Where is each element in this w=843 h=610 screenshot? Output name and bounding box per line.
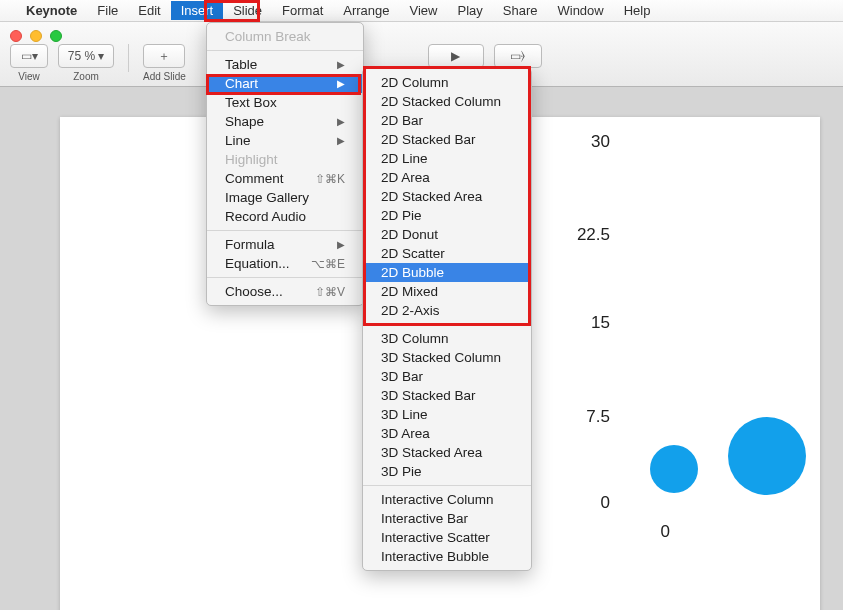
menu-app[interactable]: Keynote — [16, 1, 87, 20]
chevron-right-icon: ▶ — [337, 59, 345, 70]
chart-3d-stacked-column[interactable]: 3D Stacked Column — [363, 348, 531, 367]
menu-insert[interactable]: Insert — [171, 1, 224, 20]
menu-choose[interactable]: Choose...⇧⌘V — [207, 282, 363, 301]
chevron-right-icon: ▶ — [337, 116, 345, 127]
toolbar-view[interactable]: ▭▾ View — [10, 44, 48, 82]
toolbar-add-slide-label: Add Slide — [143, 71, 186, 82]
close-window-button[interactable] — [10, 30, 22, 42]
chevron-right-icon: ▶ — [337, 135, 345, 146]
play-icon: ▶ — [451, 49, 460, 63]
menu-edit[interactable]: Edit — [128, 1, 170, 20]
chart-2d-stacked-bar[interactable]: 2D Stacked Bar — [363, 130, 531, 149]
chart-2d-area[interactable]: 2D Area — [363, 168, 531, 187]
chart-interactive-bar[interactable]: Interactive Bar — [363, 509, 531, 528]
menu-table[interactable]: Table▶ — [207, 55, 363, 74]
menu-separator — [363, 485, 531, 486]
menu-record-audio[interactable]: Record Audio — [207, 207, 363, 226]
y-tick-0: 0 — [550, 493, 610, 513]
chart-2d-mixed[interactable]: 2D Mixed — [363, 282, 531, 301]
menu-file[interactable]: File — [87, 1, 128, 20]
x-tick-0: 0 — [610, 522, 670, 542]
shortcut-label: ⇧⌘K — [315, 172, 345, 186]
chart-2d-bar[interactable]: 2D Bar — [363, 111, 531, 130]
chart-3d-bar[interactable]: 3D Bar — [363, 367, 531, 386]
menu-text-box[interactable]: Text Box — [207, 93, 363, 112]
zoom-window-button[interactable] — [50, 30, 62, 42]
y-tick-30: 30 — [550, 132, 610, 152]
zoom-value: 75 % — [68, 49, 95, 63]
chart-3d-stacked-area[interactable]: 3D Stacked Area — [363, 443, 531, 462]
chart-2d-stacked-area[interactable]: 2D Stacked Area — [363, 187, 531, 206]
menu-line[interactable]: Line▶ — [207, 131, 363, 150]
window-controls — [10, 30, 62, 42]
menu-separator — [207, 230, 363, 231]
menu-column-break: Column Break — [207, 27, 363, 46]
chart-interactive-scatter[interactable]: Interactive Scatter — [363, 528, 531, 547]
chart-3d-area[interactable]: 3D Area — [363, 424, 531, 443]
chart-interactive-bubble[interactable]: Interactive Bubble — [363, 547, 531, 566]
broadcast-icon: ▭⦒ — [510, 49, 525, 63]
menu-help[interactable]: Help — [614, 1, 661, 20]
menu-separator — [207, 50, 363, 51]
menu-separator — [207, 277, 363, 278]
chart-2d-scatter[interactable]: 2D Scatter — [363, 244, 531, 263]
y-tick-15: 15 — [550, 313, 610, 333]
menu-equation[interactable]: Equation...⌥⌘E — [207, 254, 363, 273]
menu-comment[interactable]: Comment⇧⌘K — [207, 169, 363, 188]
chart-3d-stacked-bar[interactable]: 3D Stacked Bar — [363, 386, 531, 405]
menu-formula[interactable]: Formula▶ — [207, 235, 363, 254]
chevron-right-icon: ▶ — [337, 239, 345, 250]
chevron-right-icon: ▶ — [337, 78, 345, 89]
toolbar-zoom[interactable]: 75 %▾ Zoom — [58, 44, 114, 82]
menu-view[interactable]: View — [400, 1, 448, 20]
chart-2d-donut[interactable]: 2D Donut — [363, 225, 531, 244]
toolbar-view-label: View — [18, 71, 40, 82]
view-icon: ▭▾ — [21, 49, 38, 63]
shortcut-label: ⌥⌘E — [311, 257, 345, 271]
menu-slide[interactable]: Slide — [223, 1, 272, 20]
toolbar-zoom-label: Zoom — [73, 71, 99, 82]
menu-format[interactable]: Format — [272, 1, 333, 20]
menu-chart[interactable]: Chart▶ — [207, 74, 363, 93]
menu-image-gallery[interactable]: Image Gallery — [207, 188, 363, 207]
toolbar-separator — [128, 44, 129, 72]
toolbar-add-slide[interactable]: ＋ Add Slide — [143, 44, 186, 82]
menubar: Keynote File Edit Insert Slide Format Ar… — [0, 0, 843, 22]
chart-3d-pie[interactable]: 3D Pie — [363, 462, 531, 481]
chart-2d-line[interactable]: 2D Line — [363, 149, 531, 168]
bubble-chart-preview: 30 22.5 15 7.5 0 0 — [550, 137, 810, 537]
menu-arrange[interactable]: Arrange — [333, 1, 399, 20]
chart-submenu-dropdown: 2D Column 2D Stacked Column 2D Bar 2D St… — [362, 68, 532, 571]
insert-menu-dropdown: Column Break Table▶ Chart▶ Text Box Shap… — [206, 22, 364, 306]
minimize-window-button[interactable] — [30, 30, 42, 42]
chart-2d-column[interactable]: 2D Column — [363, 73, 531, 92]
chart-2d-stacked-column[interactable]: 2D Stacked Column — [363, 92, 531, 111]
bubble-1 — [650, 445, 698, 493]
menu-play[interactable]: Play — [447, 1, 492, 20]
chart-2d-2axis[interactable]: 2D 2-Axis — [363, 301, 531, 320]
chart-2d-pie[interactable]: 2D Pie — [363, 206, 531, 225]
chevron-down-icon: ▾ — [98, 49, 104, 63]
menu-shape[interactable]: Shape▶ — [207, 112, 363, 131]
plus-icon: ＋ — [158, 48, 170, 65]
menu-share[interactable]: Share — [493, 1, 548, 20]
bubble-2 — [728, 417, 806, 495]
menu-highlight: Highlight — [207, 150, 363, 169]
y-tick-22-5: 22.5 — [550, 225, 610, 245]
chart-3d-column[interactable]: 3D Column — [363, 329, 531, 348]
menu-separator — [363, 324, 531, 325]
y-tick-7-5: 7.5 — [550, 407, 610, 427]
menu-window[interactable]: Window — [547, 1, 613, 20]
chart-2d-bubble[interactable]: 2D Bubble — [363, 263, 531, 282]
chart-interactive-column[interactable]: Interactive Column — [363, 490, 531, 509]
shortcut-label: ⇧⌘V — [315, 285, 345, 299]
chart-3d-line[interactable]: 3D Line — [363, 405, 531, 424]
